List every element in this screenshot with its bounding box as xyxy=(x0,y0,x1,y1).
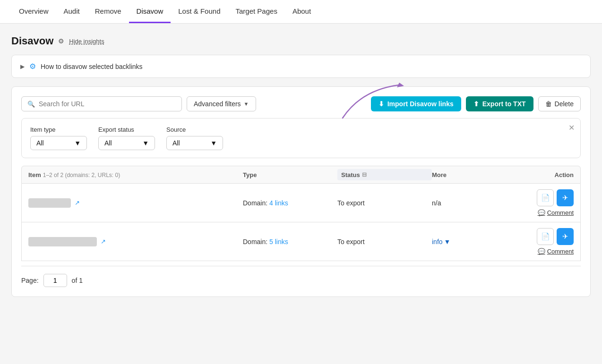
import-label: Import Disavow links xyxy=(387,100,454,108)
external-link-icon-1[interactable]: ↗ xyxy=(75,199,80,206)
search-input[interactable] xyxy=(39,100,176,108)
source-value: All xyxy=(172,139,180,147)
item-cell-2: ↗ xyxy=(28,237,243,246)
close-filters-button[interactable]: ✕ xyxy=(568,123,575,132)
delete-label: Delete xyxy=(555,100,574,108)
th-item: Item 1–2 of 2 (domains: 2, URLs: 0) xyxy=(28,171,243,178)
action-cell-1: 📄 ✈ 💬 Comment xyxy=(503,189,574,216)
chevron-down-icon: ▼ xyxy=(244,101,249,107)
search-icon: 🔍 xyxy=(27,101,35,108)
filters-panel: ✕ Item type All ▼ Export status All ▼ xyxy=(21,118,581,158)
comment-icon-2: 💬 xyxy=(538,248,545,255)
comment-label-2: Comment xyxy=(547,248,574,255)
table-header: Item 1–2 of 2 (domains: 2, URLs: 0) Type… xyxy=(21,166,581,184)
info-chevron-2: ▼ xyxy=(444,238,451,245)
expand-icon[interactable]: ▶ xyxy=(20,63,25,70)
action-cell-2: 📄 ✈ 💬 Comment xyxy=(503,228,574,255)
nav-target-pages[interactable]: Target Pages xyxy=(228,0,285,23)
nav-disavow[interactable]: Disavow xyxy=(129,0,171,23)
search-box: 🔍 xyxy=(21,96,182,111)
nav-overview[interactable]: Overview xyxy=(11,0,56,23)
export-status-label: Export status xyxy=(98,126,155,133)
document-icon-button-1[interactable]: 📄 xyxy=(537,189,554,206)
external-link-icon-2[interactable]: ↗ xyxy=(101,238,106,245)
insights-card: ▶ ⚙ How to disavow selected backlinks xyxy=(11,55,591,78)
th-type: Type xyxy=(243,171,337,178)
export-label: Export to TXT xyxy=(482,100,526,108)
type-label-1: Domain: xyxy=(243,199,267,207)
import-button[interactable]: ⬇ Import Disavow links xyxy=(371,96,461,111)
export-status-select[interactable]: All ▼ xyxy=(98,136,155,150)
hide-insights-button[interactable]: Hide insights xyxy=(69,38,104,45)
page-of: of 1 xyxy=(72,277,83,284)
page-label: Page: xyxy=(21,277,39,284)
import-icon: ⬇ xyxy=(378,100,384,108)
source-select[interactable]: All ▼ xyxy=(166,136,223,150)
more-cell-2: info ▼ xyxy=(432,238,503,245)
item-domain-1 xyxy=(28,198,71,208)
th-status-label: Status xyxy=(341,171,360,178)
info-link-2[interactable]: info ▼ xyxy=(432,238,503,245)
export-status-filter-group: Export status All ▼ xyxy=(98,126,155,150)
nav-remove[interactable]: Remove xyxy=(87,0,129,23)
item-type-chevron: ▼ xyxy=(74,139,81,147)
nav-audit[interactable]: Audit xyxy=(56,0,87,23)
status-cell-2: To export xyxy=(337,238,432,245)
insights-gear-icon: ⚙ xyxy=(29,62,36,71)
item-type-label: Item type xyxy=(30,126,87,133)
comment-icon-1: 💬 xyxy=(538,209,545,216)
comment-link-1[interactable]: 💬 Comment xyxy=(538,209,574,216)
table-row: ↗ Domain: 5 links To export info ▼ 📄 ✈ 💬… xyxy=(21,222,581,261)
type-label-2: Domain: xyxy=(243,238,267,245)
item-cell-1: ↗ xyxy=(28,198,243,208)
page-title-row: Disavow ⚙ Hide insights xyxy=(11,35,591,47)
th-status[interactable]: Status ⊟ xyxy=(337,169,432,180)
toolbar: 🔍 Advanced filters ▼ ⬇ Import Disavow li… xyxy=(21,96,581,111)
page-title: Disavow xyxy=(11,35,53,47)
item-type-select[interactable]: All ▼ xyxy=(30,136,87,150)
type-cell-1: Domain: 4 links xyxy=(243,199,337,207)
status-cell-1: To export xyxy=(337,199,432,207)
page-input[interactable] xyxy=(43,274,67,287)
th-action: Action xyxy=(503,171,574,178)
table-row: ↗ Domain: 4 links To export n/a 📄 ✈ 💬 Co… xyxy=(21,184,581,222)
pagination: Page: of 1 xyxy=(21,266,581,287)
th-more: More xyxy=(432,171,503,178)
table-summary: 1–2 of 2 (domains: 2, URLs: 0) xyxy=(43,172,120,178)
source-label: Source xyxy=(166,126,223,133)
settings-icon: ⚙ xyxy=(58,37,64,45)
comment-link-2[interactable]: 💬 Comment xyxy=(538,248,574,255)
info-label-2: info xyxy=(432,238,443,245)
item-type-value: All xyxy=(36,139,44,147)
document-icon-button-2[interactable]: 📄 xyxy=(537,228,554,245)
advanced-filters-button[interactable]: Advanced filters ▼ xyxy=(187,96,256,111)
export-icon: ⬆ xyxy=(473,100,479,108)
nav-about[interactable]: About xyxy=(285,0,318,23)
main-card: 🔍 Advanced filters ▼ ⬇ Import Disavow li… xyxy=(11,86,591,297)
th-action-label: Action xyxy=(555,171,574,178)
trash-icon: 🗑 xyxy=(545,100,552,108)
source-chevron: ▼ xyxy=(210,139,217,147)
comment-label-1: Comment xyxy=(547,209,574,216)
filter-icon: ⊟ xyxy=(362,171,367,178)
th-more-label: More xyxy=(432,171,447,178)
more-cell-1: n/a xyxy=(432,199,503,207)
type-links-2: 5 links xyxy=(269,238,288,245)
export-status-chevron: ▼ xyxy=(142,139,149,147)
insights-text: How to disavow selected backlinks xyxy=(41,63,143,70)
action-icons-1: 📄 ✈ xyxy=(537,189,574,206)
advanced-filters-label: Advanced filters xyxy=(194,100,241,108)
page-body: Disavow ⚙ Hide insights ▶ ⚙ How to disav… xyxy=(0,24,602,364)
svg-marker-0 xyxy=(397,83,404,87)
send-icon-button-1[interactable]: ✈ xyxy=(557,189,574,206)
send-icon-button-2[interactable]: ✈ xyxy=(557,228,574,245)
export-button[interactable]: ⬆ Export to TXT xyxy=(466,96,533,111)
th-item-label: Item xyxy=(28,171,41,178)
nav-lost-found[interactable]: Lost & Found xyxy=(171,0,228,23)
item-domain-2 xyxy=(28,237,97,246)
item-type-filter-group: Item type All ▼ xyxy=(30,126,87,150)
filters-row: Item type All ▼ Export status All ▼ Sour… xyxy=(30,126,572,150)
delete-button[interactable]: 🗑 Delete xyxy=(538,96,581,111)
top-navigation: Overview Audit Remove Disavow Lost & Fou… xyxy=(0,0,602,24)
action-icons-2: 📄 ✈ xyxy=(537,228,574,245)
